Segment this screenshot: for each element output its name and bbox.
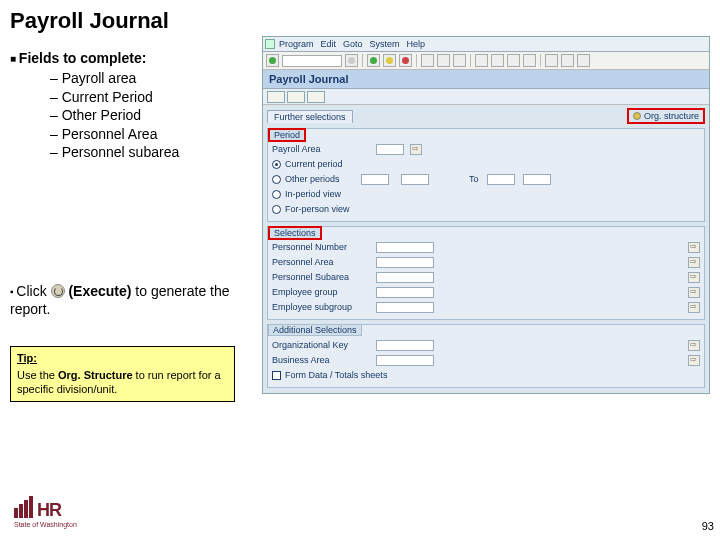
execute-icon — [51, 284, 65, 298]
app-toolbar — [263, 89, 709, 105]
menu-item[interactable]: System — [370, 39, 400, 49]
menu-item[interactable]: Goto — [343, 39, 363, 49]
next-page-icon[interactable] — [507, 54, 520, 67]
forperson-radio[interactable] — [272, 205, 281, 214]
tip-bold: Org. Structure — [58, 369, 133, 381]
tab-further-selections[interactable]: Further selections — [267, 110, 353, 123]
matchcode-icon[interactable] — [410, 144, 422, 155]
sap-window: Program Edit Goto System Help Payroll Jo… — [262, 36, 710, 394]
fields-list: Payroll area Current Period Other Period… — [10, 70, 250, 162]
find-icon[interactable] — [437, 54, 450, 67]
other-period-label: Other periods — [285, 174, 357, 184]
cancel-icon[interactable] — [399, 54, 412, 67]
persa-input[interactable] — [376, 257, 434, 268]
selections-legend: Selections — [268, 226, 322, 240]
pernr-input[interactable] — [376, 242, 434, 253]
save-icon[interactable] — [345, 54, 358, 67]
persa-label: Personnel Area — [272, 257, 372, 267]
matchcode-icon[interactable] — [688, 257, 700, 268]
menu-item[interactable]: Help — [407, 39, 426, 49]
layout-icon[interactable] — [561, 54, 574, 67]
current-period-radio[interactable] — [272, 160, 281, 169]
pernr-label: Personnel Number — [272, 242, 372, 252]
field-item: Payroll area — [50, 70, 250, 88]
matchcode-icon[interactable] — [688, 287, 700, 298]
tip-box: Tip: Use the Org. Structure to run repor… — [10, 346, 235, 402]
new-session-icon[interactable] — [545, 54, 558, 67]
busarea-input[interactable] — [376, 355, 434, 366]
page-number: 93 — [702, 520, 714, 532]
menu-bar: Program Edit Goto System Help — [263, 37, 709, 52]
persk-label: Employee subgroup — [272, 302, 372, 312]
to-period-input[interactable] — [487, 174, 515, 185]
last-page-icon[interactable] — [523, 54, 536, 67]
logo-subtitle: State of Washington — [14, 521, 77, 528]
enter-icon[interactable] — [266, 54, 279, 67]
current-period-label: Current period — [285, 159, 385, 169]
inperson-radio[interactable] — [272, 190, 281, 199]
period-group: Period Payroll Area Current period Other… — [267, 128, 705, 222]
tip-label: Tip: — [17, 352, 37, 364]
first-page-icon[interactable] — [475, 54, 488, 67]
payroll-area-input[interactable] — [376, 144, 404, 155]
orgkey-input[interactable] — [376, 340, 434, 351]
field-item: Current Period — [50, 89, 250, 107]
to-year-input[interactable] — [523, 174, 551, 185]
window-menu-icon[interactable] — [265, 39, 275, 49]
left-column: Fields to complete: Payroll area Current… — [10, 50, 250, 402]
menu-item[interactable]: Program — [279, 39, 314, 49]
logo-text: HR — [37, 502, 61, 518]
fields-header: Fields to complete: — [10, 50, 250, 66]
org-structure-button[interactable]: Org. structure — [627, 108, 705, 124]
org-structure-icon — [633, 112, 641, 120]
inperson-label: In-period view — [285, 189, 385, 199]
tip-text: Use the — [17, 369, 58, 381]
matchcode-icon[interactable] — [688, 302, 700, 313]
system-toolbar — [263, 52, 709, 70]
help-icon[interactable] — [577, 54, 590, 67]
field-item: Personnel Area — [50, 126, 250, 144]
matchcode-icon[interactable] — [688, 272, 700, 283]
orgkey-label: Organizational Key — [272, 340, 372, 350]
matchcode-icon[interactable] — [688, 355, 700, 366]
find-next-icon[interactable] — [453, 54, 466, 67]
click-prefix: Click — [16, 283, 50, 299]
tab-strip: Further selections Org. structure — [267, 108, 705, 124]
click-instruction: Click (Execute) to generate the report. — [10, 282, 250, 318]
get-variant-button[interactable] — [287, 91, 305, 103]
additional-group: Additional Selections Organizational Key… — [267, 324, 705, 388]
persk-input[interactable] — [376, 302, 434, 313]
other-year-input[interactable] — [401, 174, 429, 185]
matchcode-icon[interactable] — [688, 242, 700, 253]
persg-label: Employee group — [272, 287, 372, 297]
persg-input[interactable] — [376, 287, 434, 298]
selections-group: Selections Personnel Number Personnel Ar… — [267, 226, 705, 320]
execute-button[interactable] — [267, 91, 285, 103]
command-field[interactable] — [282, 55, 342, 67]
exit-icon[interactable] — [383, 54, 396, 67]
additional-legend: Additional Selections — [268, 324, 362, 336]
period-legend: Period — [268, 128, 306, 142]
busarea-label: Business Area — [272, 355, 372, 365]
hr-logo: HR — [14, 496, 61, 518]
other-period-input[interactable] — [361, 174, 389, 185]
screen-title: Payroll Journal — [263, 70, 709, 89]
formdata-checkbox[interactable] — [272, 371, 281, 380]
field-item: Personnel subarea — [50, 144, 250, 162]
back-icon[interactable] — [367, 54, 380, 67]
print-icon[interactable] — [421, 54, 434, 67]
matchcode-icon[interactable] — [688, 340, 700, 351]
prev-page-icon[interactable] — [491, 54, 504, 67]
org-structure-label: Org. structure — [644, 111, 699, 121]
field-item: Other Period — [50, 107, 250, 125]
forperson-label: For-person view — [285, 204, 385, 214]
payroll-area-label: Payroll Area — [272, 144, 372, 154]
formdata-label: Form Data / Totals sheets — [285, 370, 435, 380]
btrtl-input[interactable] — [376, 272, 434, 283]
other-period-radio[interactable] — [272, 175, 281, 184]
slide-title: Payroll Journal — [0, 0, 720, 38]
to-label: To — [469, 174, 479, 184]
menu-item[interactable]: Edit — [321, 39, 337, 49]
selection-options-button[interactable] — [307, 91, 325, 103]
btrtl-label: Personnel Subarea — [272, 272, 372, 282]
